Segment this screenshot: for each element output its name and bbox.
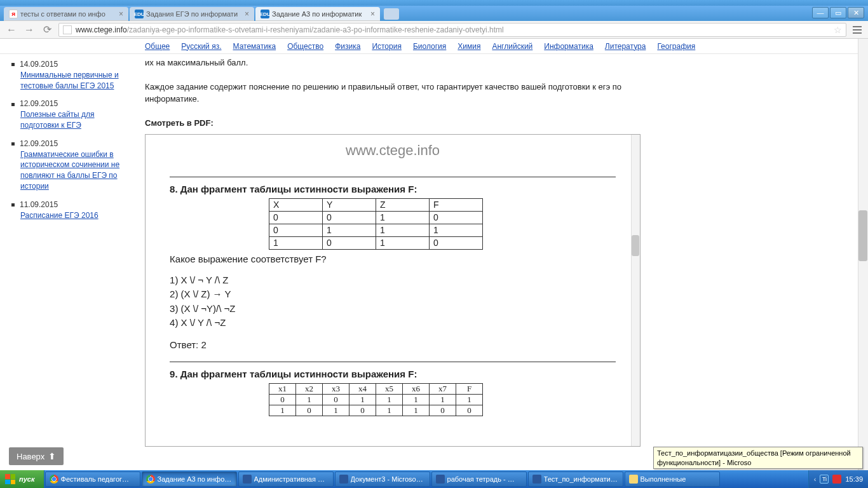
page-scroll-thumb[interactable] — [858, 210, 867, 261]
description-paragraph: Каждое задание содержит пояснение по реш… — [145, 81, 651, 105]
address-bar[interactable]: www.ctege.info/zadaniya-ege-po-informati… — [58, 23, 846, 37]
bullet-icon — [11, 142, 15, 146]
scroll-top-button[interactable]: Наверх ⬆ — [9, 447, 64, 465]
close-window-button[interactable]: ✕ — [848, 7, 864, 18]
q8-title: 8. Дан фрагмент таблицы истинности выраж… — [170, 184, 616, 194]
taskbar-item[interactable]: Фестиваль педагог… — [45, 471, 140, 487]
up-button-label: Наверх — [17, 452, 44, 461]
q8-option: 2) (X \/ Z) → Y — [170, 287, 616, 302]
main-content: их на максимальный балл. Каждое задание … — [133, 54, 663, 470]
browser-toolbar: ← → ⟳ www.ctege.info/zadaniya-ege-po-inf… — [0, 21, 868, 39]
subject-nav: Общее Русский яз. Математика Общество Фи… — [0, 39, 868, 54]
taskbar: пуск Фестиваль педагог… Задание А3 по ин… — [0, 470, 868, 488]
start-button[interactable]: пуск — [0, 470, 44, 488]
sidebar-link[interactable]: Грамматические ошибки в историческом соч… — [20, 149, 127, 192]
favicon-edu: EDU — [261, 10, 269, 18]
windows-logo-icon — [5, 474, 15, 484]
subject-link[interactable]: Литература — [605, 42, 646, 51]
q8-answer: Ответ: 2 — [170, 339, 616, 350]
back-button[interactable]: ← — [5, 24, 18, 36]
taskbar-item[interactable]: Документ3 - Microso… — [335, 471, 430, 487]
sidebar-date: 14.09.2015 — [20, 60, 58, 69]
task-label: Документ3 - Microso… — [351, 475, 423, 483]
subject-link[interactable]: История — [372, 42, 402, 51]
word-icon — [436, 475, 445, 484]
favicon-edu: EDU — [135, 10, 144, 18]
subject-link[interactable]: Математика — [233, 42, 276, 51]
bullet-icon — [11, 63, 15, 66]
subject-link[interactable]: География — [657, 42, 695, 51]
task-label: рабочая тетрадь - … — [447, 475, 515, 483]
page-icon — [63, 25, 72, 34]
pdf-scrollbar[interactable] — [631, 135, 640, 446]
arrow-up-icon: ⬆ — [48, 451, 56, 461]
subject-link[interactable]: Химия — [458, 42, 480, 51]
sidebar-link[interactable]: Расписание ЕГЭ 2016 — [20, 210, 127, 221]
url-domain: www.ctege.info — [76, 25, 127, 34]
taskbar-item[interactable]: Задание А3 по инфо… — [142, 471, 237, 487]
sidebar-date: 11.09.2015 — [20, 200, 58, 209]
minimize-button[interactable]: — — [812, 7, 829, 18]
close-tab-icon[interactable]: × — [118, 10, 125, 18]
sidebar-date: 12.09.2015 — [20, 99, 58, 108]
sidebar-link[interactable]: Минимальные первичные и тестовые баллы Е… — [20, 70, 127, 92]
chrome-icon — [50, 475, 58, 484]
q8-option: 1) X \/ ¬ Y /\ Z — [170, 273, 616, 288]
pdf-watermark: www.ctege.info — [170, 142, 616, 159]
pdf-page: www.ctege.info 8. Дан фрагмент таблицы и… — [146, 135, 640, 424]
tab-title: Задание А3 по информатик — [272, 10, 367, 18]
q9-title: 9. Дан фрагмент таблицы истинности выраж… — [170, 369, 616, 379]
url-path: /zadaniya-ege-po-informatike-s-otvetami-… — [127, 25, 504, 34]
tab-title: Задания ЕГЭ по информати — [146, 10, 241, 18]
bullet-icon — [11, 103, 15, 106]
language-indicator[interactable]: Ti — [820, 475, 829, 484]
close-tab-icon[interactable]: × — [369, 10, 376, 18]
word-icon — [243, 475, 252, 484]
q8-option: 4) X \/ Y /\ ¬Z — [170, 316, 616, 330]
tab-2[interactable]: EDU Задания ЕГЭ по информати × — [130, 7, 254, 21]
subject-link[interactable]: Биология — [413, 42, 446, 51]
clock[interactable]: 15:39 — [845, 475, 863, 483]
favicon-yandex: Я — [9, 10, 18, 18]
close-tab-icon[interactable]: × — [243, 10, 250, 18]
subject-link[interactable]: Русский яз. — [181, 42, 221, 51]
bullet-icon — [11, 203, 15, 207]
pdf-scroll-thumb[interactable] — [632, 235, 639, 256]
tab-1[interactable]: Я тесты с ответами по инфо × — [4, 7, 128, 21]
chrome-icon — [146, 475, 155, 484]
pdf-heading: Смотреть в PDF: — [145, 118, 651, 128]
chrome-menu-icon[interactable] — [851, 24, 863, 36]
tray-icon[interactable] — [832, 475, 841, 484]
taskbar-item[interactable]: рабочая тетрадь - … — [431, 471, 527, 487]
subject-link[interactable]: Общество — [287, 42, 323, 51]
q8-question: Какое выражение соответствует F? — [170, 254, 616, 264]
taskbar-item[interactable]: Административная … — [238, 471, 334, 487]
subject-link[interactable]: Общее — [145, 42, 170, 51]
taskbar-item[interactable]: Тест_по_информати… — [528, 471, 623, 487]
task-label: Задание А3 по инфо… — [158, 475, 232, 483]
tray-chevron-icon[interactable]: ‹ — [814, 475, 817, 483]
window-controls: — ▭ ✕ — [812, 7, 864, 18]
bookmark-star-icon[interactable]: ☆ — [834, 25, 842, 35]
new-tab-button[interactable] — [384, 8, 399, 20]
forward-button[interactable]: → — [23, 24, 36, 36]
sidebar-item: 12.09.2015 Грамматические ошибки в истор… — [11, 139, 127, 192]
sidebar-item: 11.09.2015 Расписание ЕГЭ 2016 — [11, 200, 127, 221]
tab-3-active[interactable]: EDU Задание А3 по информатик × — [255, 7, 380, 21]
subject-link[interactable]: Информатика — [544, 42, 593, 51]
page-scrollbar[interactable] — [858, 39, 868, 470]
reload-button[interactable]: ⟳ — [41, 24, 53, 36]
tab-title: тесты с ответами по инфо — [20, 10, 115, 18]
word-icon — [532, 475, 541, 484]
folder-icon — [629, 475, 638, 484]
subject-link[interactable]: Физика — [335, 42, 360, 51]
taskbar-item[interactable]: Выполненные — [625, 471, 720, 487]
task-label: Выполненные — [641, 475, 686, 483]
sidebar-item: 12.09.2015 Полезные сайты для подготовки… — [11, 98, 127, 130]
sidebar-link[interactable]: Полезные сайты для подготовки к ЕГЭ — [20, 109, 127, 131]
q9-truth-table: x1x2x3x4x5x6x7F 01011111 10101100 — [269, 383, 483, 416]
word-icon — [339, 475, 348, 484]
maximize-button[interactable]: ▭ — [830, 7, 846, 18]
subject-link[interactable]: Английский — [492, 42, 532, 51]
task-label: Административная … — [254, 475, 325, 483]
